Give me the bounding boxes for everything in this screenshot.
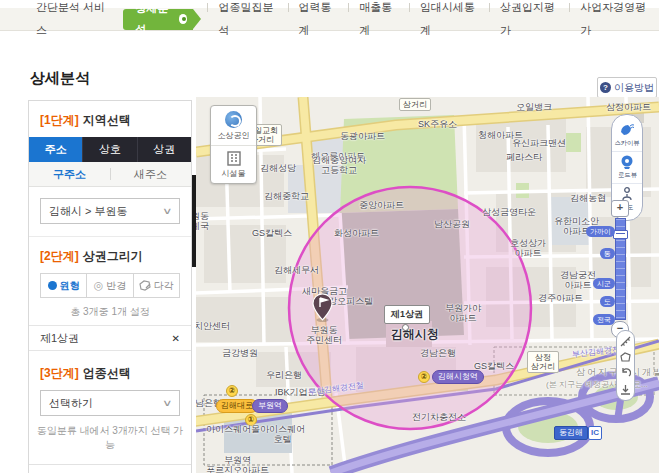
region-select-value: 김해시 > 부원동 bbox=[49, 204, 128, 219]
roadview-label: 로드뷰 bbox=[618, 171, 637, 180]
merchant-layer-label: 소상공인 bbox=[218, 130, 250, 141]
map-label: 중앙아파트 bbox=[359, 200, 404, 210]
tab-trade-area[interactable]: 상권 bbox=[137, 137, 191, 162]
map-label: 호성상가 아파트 bbox=[510, 238, 546, 258]
analysis-sidebar: [1단계]지역선택 주소 상호 상권 구주소 새주소 김해시 > 부원동 ∨ [… bbox=[28, 100, 192, 473]
industry-select[interactable]: 선택하기 ∨ bbox=[40, 390, 180, 416]
step3-title: 업종선택 bbox=[83, 366, 131, 380]
nav-item-rent-stats[interactable]: 임대시세통계 bbox=[409, 0, 489, 42]
map-label: 오일뱅크 bbox=[516, 102, 552, 112]
person-icon bbox=[621, 187, 633, 201]
facility-icon bbox=[226, 151, 242, 166]
question-icon: ? bbox=[600, 82, 611, 93]
circle-icon bbox=[48, 281, 57, 290]
step3-header: [3단계]업종선택 bbox=[29, 351, 191, 390]
subtab-old-address[interactable]: 구주소 bbox=[29, 162, 110, 186]
measure-distance-icon[interactable] bbox=[620, 336, 631, 347]
zoom-level-dong[interactable]: 동 bbox=[600, 248, 615, 259]
map-label: 치안센터 bbox=[196, 321, 230, 331]
top-navigation: 간단분석 서비스 상세분석 업종밀집분석 업력통계 매출통계 임대시세통계 상권… bbox=[0, 8, 659, 31]
map-label: 금강병원 bbox=[222, 348, 258, 358]
map-label: 김해중앙여자 고등학교 bbox=[312, 155, 366, 175]
nav-item-location-rating[interactable]: 상권입지평가 bbox=[489, 0, 569, 42]
merchant-layer-button[interactable]: 소상공인 bbox=[211, 106, 256, 145]
map-label: 경남궁전 아파트 bbox=[560, 270, 596, 290]
measure-area-icon[interactable] bbox=[620, 352, 631, 363]
undo-icon[interactable] bbox=[620, 368, 631, 379]
roadview-button[interactable]: 로드뷰 bbox=[612, 151, 642, 183]
search-type-tabs: 주소 상호 상권 bbox=[29, 137, 191, 162]
map-label: 삼성금영타운 bbox=[482, 207, 536, 217]
map-label: 삼정아파트 bbox=[606, 102, 651, 112]
map-label: 김해시청역 bbox=[432, 370, 484, 384]
region-select[interactable]: 김해시 > 부원동 ∨ bbox=[40, 198, 180, 224]
help-button-label: 이용방법 bbox=[614, 81, 654, 95]
polygon-icon bbox=[139, 280, 151, 291]
nav-item-management-rating[interactable]: 사업자경영평가 bbox=[569, 0, 659, 42]
nav-item-label: 상세분석 bbox=[135, 0, 173, 40]
mode-polygon-button[interactable]: 다각 bbox=[133, 274, 179, 297]
map-layer-panel: 소상공인 시설물 bbox=[210, 105, 257, 184]
nav-item-sales-stats[interactable]: 매출통계 bbox=[348, 0, 409, 42]
step2-header: [2단계]상권그리기 bbox=[29, 237, 191, 273]
skyview-icon bbox=[619, 123, 635, 137]
merchant-icon bbox=[225, 111, 242, 128]
help-button[interactable]: ? 이용방법 bbox=[597, 77, 657, 98]
active-marker-icon bbox=[179, 14, 188, 24]
nav-item-density-analysis[interactable]: 업종밀집분석 bbox=[207, 0, 287, 42]
step2-badge: [2단계] bbox=[40, 249, 79, 263]
nav-item-simple-analysis[interactable]: 간단분석 서비스 bbox=[25, 0, 117, 42]
nav-item-detail-analysis[interactable]: 상세분석 bbox=[123, 9, 193, 30]
map-label: ② bbox=[418, 371, 430, 383]
skyview-button[interactable]: 스카이뷰 bbox=[612, 120, 642, 151]
zoom-level-closest[interactable]: 가까이 bbox=[586, 226, 615, 237]
map-label: 삼정 삼거리 bbox=[527, 351, 559, 373]
map-label: 경남은행 bbox=[420, 348, 456, 358]
mode-label: 반경 bbox=[106, 279, 126, 293]
map-label: 유신파크맨션 bbox=[512, 138, 566, 148]
map-label: 전기차충전소 bbox=[412, 412, 466, 422]
trade-area-name: 제1상권 bbox=[40, 331, 79, 346]
map-label: IC bbox=[588, 426, 602, 440]
mode-circle-button[interactable]: 원형 bbox=[41, 274, 86, 297]
skyview-label: 스카이뷰 bbox=[614, 139, 639, 148]
chevron-down-icon: ∨ bbox=[162, 398, 173, 408]
zoom-slider-track[interactable] bbox=[615, 218, 626, 320]
zoom-in-button[interactable]: + bbox=[611, 200, 629, 217]
district-center-dot bbox=[402, 324, 409, 331]
zoom-level-national[interactable]: 전국 bbox=[593, 314, 615, 325]
map-marker-pin[interactable] bbox=[312, 293, 333, 322]
mode-label: 다각 bbox=[154, 279, 174, 293]
step1-title: 지역선택 bbox=[83, 113, 131, 127]
subtab-new-address[interactable]: 새주소 bbox=[110, 162, 191, 186]
download-icon[interactable] bbox=[620, 384, 631, 395]
chevron-down-icon: ∨ bbox=[162, 206, 173, 216]
industry-select-value: 선택하기 bbox=[49, 396, 93, 411]
step1-header: [1단계]지역선택 bbox=[29, 101, 191, 137]
facility-layer-label: 시설물 bbox=[222, 168, 246, 179]
map-label: 강오피스텔 bbox=[328, 296, 373, 306]
map-label: 김해농협 bbox=[570, 193, 606, 203]
map-label: 김해시청 bbox=[391, 328, 439, 341]
radius-icon: ◎ bbox=[94, 281, 104, 290]
map-label: 화성아파트 bbox=[334, 228, 379, 238]
zoom-level-do[interactable]: 도 bbox=[600, 296, 615, 307]
map-label: 아이스퀘어몰 bbox=[206, 424, 260, 434]
tab-store-name[interactable]: 상호 bbox=[82, 137, 136, 162]
tab-address[interactable]: 주소 bbox=[29, 137, 82, 162]
draw-mode-buttons: 원형 ◎ 반경 다각 bbox=[40, 273, 180, 298]
map-label: 동광아파트 bbox=[340, 131, 385, 141]
map-label: 김해성당 bbox=[260, 163, 296, 173]
remove-area-button[interactable]: ✕ bbox=[172, 333, 180, 344]
map-canvas[interactable]: 제일교회 사거리삼거리SK주유소오일뱅크삼정아파트동광아파트해오름아파트청해아파… bbox=[196, 97, 659, 473]
map-label: GS칼텍스 bbox=[474, 361, 514, 371]
roadview-icon bbox=[620, 155, 634, 169]
map-label: 경주아파트 bbox=[538, 293, 583, 303]
facility-layer-button[interactable]: 시설물 bbox=[211, 145, 256, 183]
trade-area-item: 제1상권 ✕ bbox=[29, 325, 191, 351]
page-title: 상세분석 bbox=[30, 69, 90, 88]
mode-radius-button[interactable]: ◎ 반경 bbox=[86, 274, 132, 297]
zoom-level-sigun[interactable]: 시군 bbox=[593, 278, 615, 289]
nav-item-business-age-stats[interactable]: 업력통계 bbox=[288, 0, 349, 42]
map-label: 아이스퀘어 호텔 bbox=[260, 424, 305, 444]
